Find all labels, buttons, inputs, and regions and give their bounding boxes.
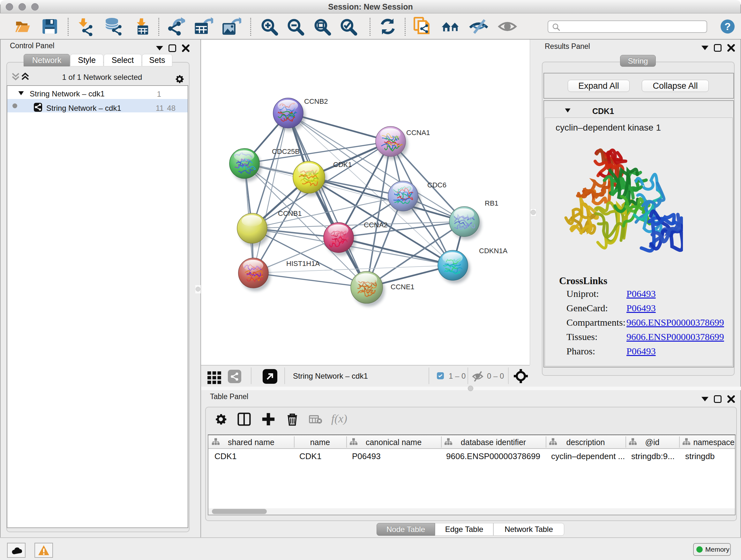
svg-text:CCNB1: CCNB1	[278, 209, 302, 217]
svg-text:CCNE1: CCNE1	[391, 283, 414, 291]
svg-text:CDKN1A: CDKN1A	[479, 247, 508, 255]
svg-text:HIST1H1A: HIST1H1A	[286, 260, 320, 267]
svg-text:CCNB2: CCNB2	[304, 98, 328, 105]
svg-text:CCNA1: CCNA1	[406, 129, 430, 137]
svg-text:CCNA2: CCNA2	[364, 221, 388, 229]
svg-text:CDC6: CDC6	[427, 181, 447, 189]
svg-text:CDC25B: CDC25B	[272, 147, 300, 155]
svg-text:CDK1: CDK1	[333, 161, 352, 169]
svg-text:RB1: RB1	[485, 199, 498, 207]
